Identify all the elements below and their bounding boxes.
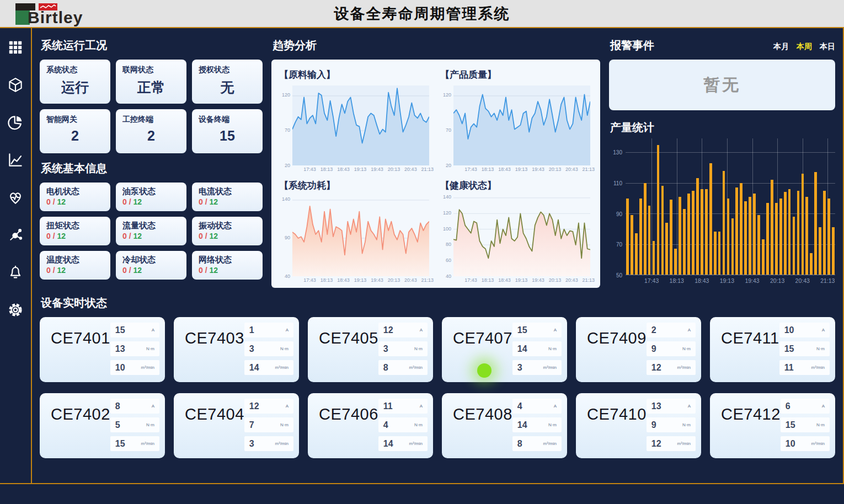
device-flow-row: 8m³/min <box>378 360 428 375</box>
alarm-tab[interactable]: 本周 <box>797 42 812 52</box>
device-flow-value: 12 <box>651 439 661 449</box>
info-card-count: 0 / 12 <box>46 266 104 275</box>
molecule-icon[interactable] <box>6 226 25 244</box>
device-current-unit: A <box>286 404 289 409</box>
device-current-unit: A <box>152 328 154 333</box>
device-card[interactable]: CE7412 6A 15N·m 10m³/min <box>710 393 835 458</box>
device-current-row: 11A <box>378 399 428 414</box>
device-flow-unit: m³/min <box>677 365 691 370</box>
cube-icon[interactable] <box>6 76 25 94</box>
system-info-card: 电流状态 0 / 12 <box>192 183 263 211</box>
info-card-label: 油泵状态 <box>122 186 180 197</box>
gear-icon[interactable] <box>6 301 25 319</box>
device-name: CE7404 <box>174 393 244 458</box>
device-current-unit: A <box>688 404 691 409</box>
mini-chart-title: 【健康状态】 <box>440 179 594 192</box>
device-flow-value: 8 <box>383 363 388 373</box>
device-flow-unit: m³/min <box>275 365 289 370</box>
page-title: 设备全寿命周期管理系统 <box>334 4 510 24</box>
device-card[interactable]: CE7409 2A 9N·m 12m³/min <box>576 317 701 382</box>
device-flow-value: 14 <box>383 439 393 449</box>
mini-chart-x-axis: 17:4318:1318:4319:1319:4320:1320:4321:13 <box>453 276 594 285</box>
mini-chart-x-axis: 17:4318:1318:4319:1319:4320:1320:4321:13 <box>453 165 594 174</box>
device-torque-value: 15 <box>786 420 795 430</box>
device-flow-unit: m³/min <box>275 441 289 446</box>
status-card-value: 15 <box>199 128 256 144</box>
mini-chart-title: 【系统功耗】 <box>279 179 432 192</box>
device-card[interactable]: CE7410 13A 9N·m 12m³/min <box>576 393 701 458</box>
trend-analysis-card: 【原料输入】 2070120 17:4318:1318:4319:1319:43… <box>271 60 600 288</box>
device-current-row: 12A <box>244 399 293 414</box>
device-torque-row: 14N·m <box>512 341 562 356</box>
device-flow-row: 3m³/min <box>244 436 293 451</box>
device-name: CE7409 <box>576 317 647 382</box>
device-flow-value: 10 <box>786 439 795 449</box>
device-current-row: 15A <box>512 323 562 337</box>
device-flow-unit: m³/min <box>543 441 557 446</box>
device-torque-value: 9 <box>651 420 656 430</box>
bar-chart-y-axis: 507090110130 <box>609 142 626 275</box>
health-pulse-icon[interactable] <box>6 188 25 207</box>
device-torque-value: 13 <box>115 344 125 354</box>
status-card-value: 正常 <box>122 78 180 96</box>
device-current-value: 2 <box>651 325 656 335</box>
device-current-unit: A <box>822 328 825 333</box>
alarm-tab[interactable]: 本月 <box>773 42 789 52</box>
device-flow-unit: m³/min <box>811 365 825 370</box>
system-info-card: 温度状态 0 / 12 <box>40 251 110 280</box>
device-card[interactable]: CE7405 12A 3N·m 8m³/min <box>308 317 433 382</box>
device-name: CE7406 <box>308 393 378 458</box>
device-card[interactable]: CE7403 1A 3N·m 14m³/min <box>174 317 299 382</box>
system-status-card: 系统状态 运行 <box>40 60 110 104</box>
sidebar-nav <box>0 28 32 483</box>
system-status-card: 工控终端 2 <box>116 109 186 153</box>
system-info-card: 油泵状态 0 / 12 <box>116 183 186 211</box>
info-card-count: 0 / 12 <box>46 232 104 240</box>
device-flow-unit: m³/min <box>409 441 423 446</box>
device-card[interactable]: CE7411 10A 15N·m 11m³/min <box>710 317 835 382</box>
trend-mini-chart: 【产品质量】 2070120 17:4318:1318:4319:1319:43… <box>439 65 594 174</box>
device-torque-value: 3 <box>249 344 254 354</box>
device-card[interactable]: CE7406 11A 4N·m 14m³/min <box>308 393 433 458</box>
device-name: CE7403 <box>174 317 244 382</box>
device-current-unit: A <box>822 404 825 409</box>
system-status-card: 设备终端 15 <box>192 109 263 153</box>
info-card-label: 冷却状态 <box>122 255 180 265</box>
device-torque-row: 15N·m <box>779 341 830 356</box>
device-card[interactable]: CE7407 15A 14N·m 3m³/min <box>442 317 567 382</box>
info-card-label: 电流状态 <box>199 186 256 197</box>
device-torque-unit: N·m <box>146 422 154 427</box>
status-card-label: 系统状态 <box>46 65 104 75</box>
mini-chart-plot <box>292 196 429 276</box>
system-status-card: 智能网关 2 <box>40 109 110 153</box>
device-current-row: 15A <box>110 323 159 337</box>
device-flow-unit: m³/min <box>543 365 557 370</box>
alarm-tab[interactable]: 本日 <box>820 42 835 52</box>
device-current-value: 6 <box>786 401 790 411</box>
line-chart-icon[interactable] <box>6 151 25 169</box>
device-card[interactable]: CE7401 15A 13N·m 10m³/min <box>40 317 165 382</box>
apps-grid-icon[interactable] <box>6 38 25 57</box>
device-name: CE7401 <box>40 317 110 382</box>
device-current-row: 8A <box>110 399 159 414</box>
device-card[interactable]: CE7404 12A 7N·m 3m³/min <box>174 393 299 458</box>
device-current-value: 4 <box>517 401 522 411</box>
status-card-value: 运行 <box>46 78 104 96</box>
device-card[interactable]: CE7408 4A 14N·m 8m³/min <box>442 393 567 458</box>
device-torque-row: 4N·m <box>378 417 428 432</box>
device-torque-row: 3N·m <box>244 341 293 356</box>
status-indicator-dot <box>477 363 492 378</box>
pie-chart-icon[interactable] <box>6 113 25 132</box>
device-current-unit: A <box>420 328 423 333</box>
bell-icon[interactable] <box>6 263 25 282</box>
device-current-value: 11 <box>383 401 393 411</box>
info-card-count: 0 / 12 <box>199 266 256 275</box>
status-card-label: 设备终端 <box>199 115 256 125</box>
device-flow-row: 8m³/min <box>512 436 562 451</box>
brand-name: Birtley <box>28 10 83 25</box>
trend-mini-chart: 【健康状态】 406080100120140 17:4318:1318:4319… <box>439 176 594 285</box>
device-card[interactable]: CE7402 8A 5N·m 15m³/min <box>40 393 165 458</box>
status-card-label: 授权状态 <box>199 65 256 75</box>
device-current-value: 12 <box>249 401 259 411</box>
device-torque-row: 9N·m <box>647 341 696 356</box>
